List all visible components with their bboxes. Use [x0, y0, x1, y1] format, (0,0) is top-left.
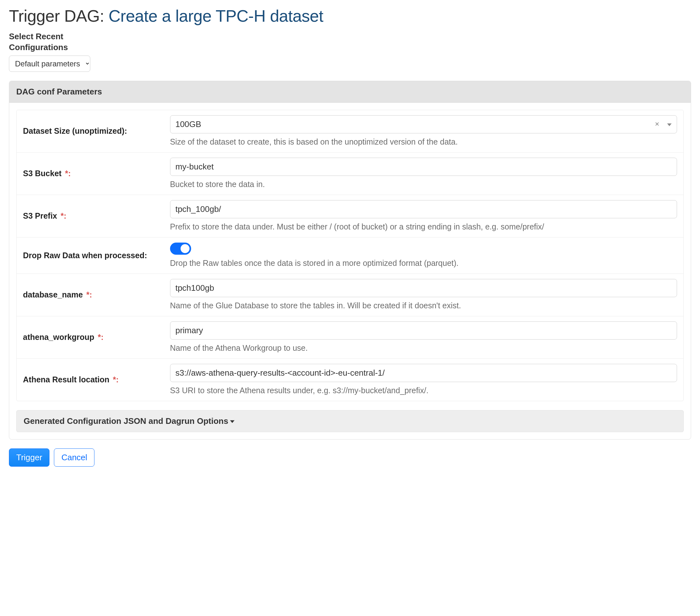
param-row-s3-prefix: S3 Prefix *: Prefix to store the data un…: [16, 195, 684, 237]
param-label-s3-bucket: S3 Bucket *:: [16, 152, 170, 195]
param-row-athena-result-location: Athena Result location *: S3 URI to stor…: [16, 359, 684, 401]
param-row-database-name: database_name *: Name of the Glue Databa…: [16, 274, 684, 316]
param-row-s3-bucket: S3 Bucket *: Bucket to store the data in…: [16, 152, 684, 195]
dataset-size-select[interactable]: 100GB ✕: [170, 115, 677, 133]
footer-buttons: Trigger Cancel: [9, 448, 691, 467]
param-label-athena-workgroup: athena_workgroup *:: [16, 316, 170, 358]
param-label-dataset-size: Dataset Size (unoptimized):: [16, 110, 170, 152]
s3-prefix-input[interactable]: [170, 200, 677, 218]
param-row-drop-raw: Drop Raw Data when processed: Drop the R…: [16, 237, 684, 274]
caret-down-icon: [228, 416, 235, 426]
page-title: Trigger DAG: Create a large TPC-H datase…: [9, 7, 691, 26]
param-help-s3-bucket: Bucket to store the data in.: [170, 180, 677, 189]
recent-configs-select[interactable]: Default parameters: [9, 56, 90, 72]
param-label-s3-prefix: S3 Prefix *:: [16, 195, 170, 237]
param-label-athena-result-location: Athena Result location *:: [16, 359, 170, 401]
dag-conf-panel: DAG conf Parameters Dataset Size (unopti…: [9, 81, 691, 440]
param-row-dataset-size: Dataset Size (unoptimized): 100GB ✕ Size…: [16, 110, 684, 152]
page-title-prefix: Trigger DAG:: [9, 7, 109, 25]
chevron-down-icon[interactable]: [667, 119, 672, 129]
param-help-athena-result-location: S3 URI to store the Athena results under…: [170, 386, 677, 395]
params-table: Dataset Size (unoptimized): 100GB ✕ Size…: [16, 110, 684, 401]
param-help-database-name: Name of the Glue Database to store the t…: [170, 301, 677, 310]
dag-conf-heading: DAG conf Parameters: [9, 81, 691, 103]
s3-bucket-input[interactable]: [170, 158, 677, 176]
cancel-button[interactable]: Cancel: [54, 448, 95, 467]
recent-configs-label: Select Recent Configurations: [9, 31, 691, 53]
drop-raw-toggle[interactable]: [170, 243, 191, 255]
param-help-athena-workgroup: Name of the Athena Workgroup to use.: [170, 343, 677, 353]
dataset-size-value: 100GB: [175, 119, 655, 129]
param-row-athena-workgroup: athena_workgroup *: Name of the Athena W…: [16, 316, 684, 359]
param-help-s3-prefix: Prefix to store the data under. Must be …: [170, 222, 677, 231]
clear-icon[interactable]: ✕: [655, 121, 660, 128]
param-label-drop-raw: Drop Raw Data when processed:: [16, 237, 170, 273]
toggle-knob: [180, 244, 189, 253]
trigger-button[interactable]: Trigger: [9, 448, 49, 467]
generated-json-collapse[interactable]: Generated Configuration JSON and Dagrun …: [16, 410, 684, 432]
dag-name-link[interactable]: Create a large TPC-H dataset: [109, 7, 323, 25]
database-name-input[interactable]: [170, 279, 677, 297]
athena-workgroup-input[interactable]: [170, 321, 677, 340]
param-help-drop-raw: Drop the Raw tables once the data is sto…: [170, 259, 677, 268]
param-help-dataset-size: Size of the dataset to create, this is b…: [170, 137, 677, 147]
param-label-database-name: database_name *:: [16, 274, 170, 316]
athena-result-location-input[interactable]: [170, 364, 677, 382]
